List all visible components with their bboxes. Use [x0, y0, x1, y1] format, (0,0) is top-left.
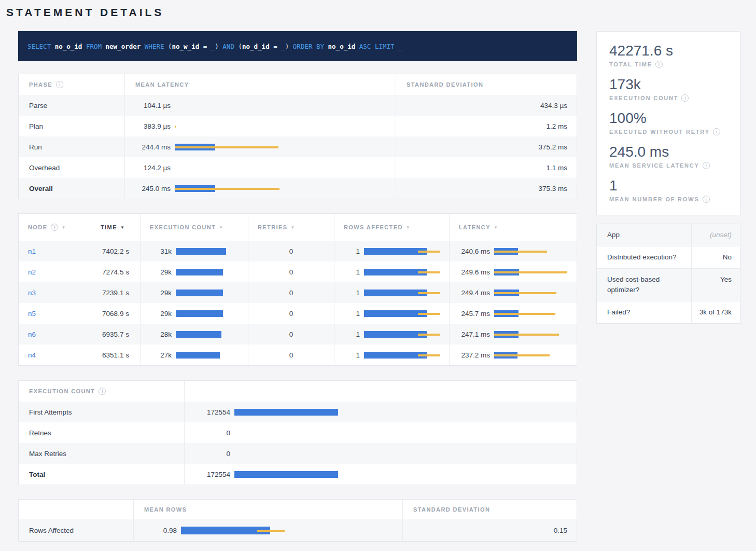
latency-cell: 249.6 ms [450, 261, 578, 282]
node-cell: n5 [19, 303, 91, 324]
stddev-value: 1.2 ms [396, 116, 578, 136]
mean-latency-value: 245.0 ms [135, 185, 171, 192]
fact-row-app: App (unset) [597, 224, 740, 246]
latency-header-label: LATENCY [459, 224, 491, 230]
exec-header-label: EXECUTION COUNT [150, 224, 216, 230]
mean-latency-cell: 104.1 µs [125, 95, 396, 116]
rows-affected-value: 1 [341, 268, 360, 276]
page-layout: SELECT no_o_id FROM new_order WHERE (no_… [18, 31, 756, 542]
mean-number-of-rows-label: MEAN NUMBER OF ROWS i [609, 196, 727, 203]
sort-desc-icon[interactable]: ▼ [61, 225, 65, 230]
time-cell: 7402.2 s [91, 241, 141, 261]
executed-without-retry-value: 100% [609, 109, 727, 127]
exec-count-bar-chart [176, 290, 242, 296]
info-icon[interactable]: i [56, 81, 63, 88]
phase-label: Overhead [19, 157, 125, 178]
latency-bar-chart [494, 248, 572, 255]
info-icon[interactable]: i [681, 94, 689, 102]
rows-affected-table: MEAN ROWS STANDARD DEVIATION Rows Affect… [18, 499, 577, 542]
node-link[interactable]: n5 [19, 310, 36, 318]
node-stats-table: NODE i ▼ TIME ▼ EXECUTION COUNT ▼ RETRIE… [18, 213, 577, 366]
column-header-latency[interactable]: LATENCY ▼ [450, 214, 578, 241]
rows-affected-cell: 1 [334, 345, 450, 365]
mean-rows-value: 0.98 [142, 527, 177, 534]
rows-affected-cell: 1 [334, 324, 450, 345]
sort-desc-icon[interactable]: ▼ [219, 225, 223, 230]
latency-value: 237.2 ms [456, 351, 490, 359]
exec-table-body: First Attempts 172554 Retries 0 Max Retr… [19, 402, 577, 485]
rows-bar-chart [364, 310, 443, 317]
summary-item: 1 MEAN NUMBER OF ROWS i [609, 177, 727, 203]
sql-statement: SELECT no_o_id FROM new_order WHERE (no_… [27, 43, 402, 50]
latency-bar-chart [175, 102, 388, 109]
stddev-whisker [257, 530, 285, 532]
mean-latency-header-cell: MEAN LATENCY [125, 74, 396, 95]
exec-count-bar-chart [176, 331, 242, 338]
time-cell: 6935.7 s [91, 324, 141, 345]
table-row: Overall 245.0 ms 375.3 ms [19, 178, 577, 199]
node-link[interactable]: n4 [19, 351, 36, 359]
stddev-value: 375.2 ms [396, 136, 578, 157]
latency-value: 247.1 ms [456, 330, 490, 338]
table-row: Overhead 124.2 µs 1.1 ms [19, 157, 577, 178]
rows-bar-chart [364, 248, 443, 255]
info-icon[interactable]: i [51, 224, 58, 231]
column-header-time[interactable]: TIME ▼ [91, 214, 141, 241]
node-cell: n3 [19, 282, 91, 303]
exec-row-value: 0 [193, 429, 230, 437]
sort-desc-icon[interactable]: ▼ [406, 225, 410, 230]
latency-value: 240.6 ms [456, 247, 490, 255]
mean-rows-cell: 0.98 [134, 519, 403, 541]
phase-header-label: PHASE [29, 81, 52, 88]
sort-desc-icon[interactable]: ▼ [290, 225, 295, 230]
info-icon[interactable]: i [703, 196, 710, 203]
latency-bar-chart [494, 290, 572, 296]
column-header-retries[interactable]: RETRIES ▼ [248, 214, 334, 241]
exec-row-value-cell: 0 [185, 422, 578, 443]
sort-desc-icon[interactable]: ▼ [120, 225, 124, 230]
mean-bar [176, 248, 226, 255]
latency-bar-chart [175, 164, 388, 171]
node-link[interactable]: n2 [19, 268, 36, 276]
exec-count-value: 29k [149, 289, 172, 297]
stddev-whisker [494, 354, 550, 356]
table-row: n3 7239.1 s 29k 0 1 [19, 282, 577, 303]
rows-bar-chart [181, 527, 395, 534]
exec-count-value: 31k [149, 247, 172, 255]
column-header-rows-affected[interactable]: ROWS AFFECTED ▼ [334, 214, 450, 241]
exec-count-bar-chart [176, 310, 242, 317]
info-icon[interactable]: i [655, 61, 663, 68]
stddev-value: 1.1 ms [396, 157, 578, 178]
phase-latency-table: PHASE i MEAN LATENCY STANDARD DEVIATION … [18, 74, 577, 199]
column-header-execution-count[interactable]: EXECUTION COUNT ▼ [141, 214, 248, 241]
exec-count-value: 27k [149, 351, 172, 359]
node-link[interactable]: n3 [19, 289, 36, 297]
mean-bar [364, 310, 427, 317]
node-table-header: NODE i ▼ TIME ▼ EXECUTION COUNT ▼ RETRIE… [19, 214, 577, 241]
statement-summary-card: 42271.6 s TOTAL TIME i 173k EXECUTION CO… [596, 31, 740, 215]
rows-table-header: MEAN ROWS STANDARD DEVIATION [19, 500, 577, 519]
rows-affected-value: 1 [341, 351, 360, 359]
exec-count-bar-chart [234, 450, 569, 457]
info-icon[interactable]: i [713, 128, 720, 135]
info-icon[interactable]: i [99, 388, 106, 395]
rows-bar-chart [364, 331, 443, 338]
table-row: Retries 0 [19, 422, 577, 443]
mean-bar [364, 248, 427, 255]
latency-cell: 237.2 ms [450, 345, 578, 365]
exec-row-value: 172554 [193, 408, 230, 416]
exec-row-value-cell: 172554 [185, 402, 578, 422]
summary-item: 173k EXECUTION COUNT i [609, 76, 727, 102]
column-header-node[interactable]: NODE i ▼ [19, 214, 91, 241]
latency-bar-chart [494, 310, 572, 317]
info-icon[interactable]: i [703, 162, 710, 169]
mean-latency-value: 383.9 µs [135, 122, 171, 130]
node-link[interactable]: n1 [19, 247, 36, 255]
node-link[interactable]: n6 [19, 330, 36, 338]
node-header-label: NODE [28, 224, 47, 230]
table-row: n4 6351.1 s 27k 0 1 [19, 345, 577, 365]
stddev-whisker [175, 188, 279, 190]
phase-table-body: Parse 104.1 µs 434.3 µs Plan 383.9 µs [19, 95, 577, 199]
stddev-value: 375.3 ms [396, 178, 578, 199]
sort-desc-icon[interactable]: ▼ [494, 225, 498, 230]
